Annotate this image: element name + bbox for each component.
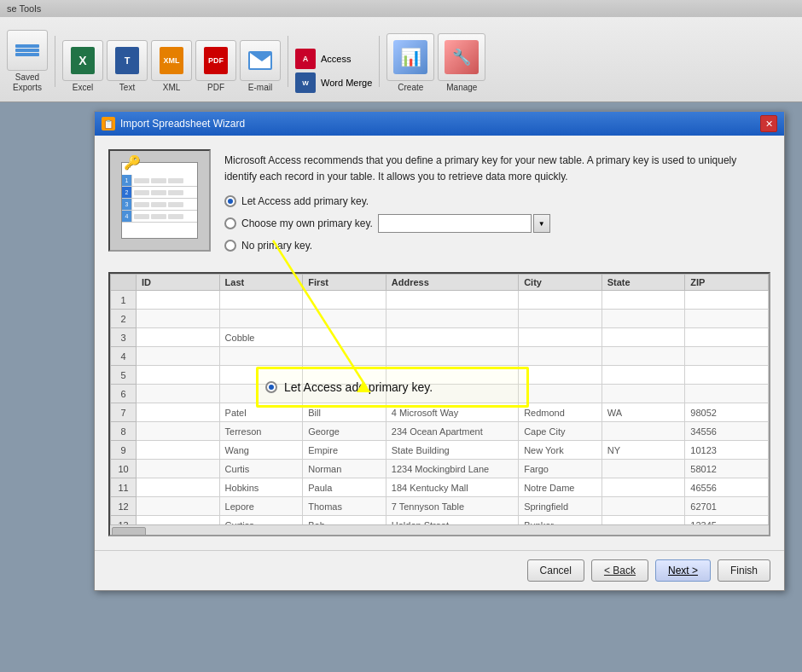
xml-group: XML XML (151, 40, 192, 93)
table-cell: New York (519, 441, 602, 460)
table-cell: Terreson (219, 422, 303, 441)
table-cell (602, 478, 685, 497)
table-row: 1 (111, 291, 769, 310)
table-cell (219, 366, 303, 385)
manage-button[interactable]: 🔧 (438, 33, 485, 81)
right-small-buttons: A Access W Word Merge (295, 49, 372, 93)
table-scroll-area[interactable]: ID Last First Address City State ZIP 123… (110, 274, 769, 524)
xml-label: XML (163, 83, 181, 93)
row-num-cell: 3 (111, 328, 137, 347)
manage-label: Manage (446, 83, 477, 93)
table-cell (219, 291, 303, 310)
col-header-first: First (303, 275, 386, 291)
row-num-cell: 9 (111, 441, 137, 460)
table-cell: Lepore (219, 497, 303, 516)
toolbar-buttons: SavedExports X Excel T Text XML XML (0, 30, 492, 98)
col-header-city: City (519, 275, 602, 291)
pdf-group: PDF PDF (195, 40, 236, 93)
word-merge-label: Word Merge (321, 78, 372, 88)
key-icon: 🔑 (124, 154, 141, 171)
preview-row-1: 1 (122, 175, 197, 187)
horizontal-scrollbar[interactable] (110, 524, 769, 536)
dialog-body: 🔑 1 2 (95, 136, 784, 550)
table-cell (137, 291, 220, 310)
table-cell: Notre Dame (519, 478, 602, 497)
radio-no-key[interactable] (224, 240, 236, 252)
create-group: 📊 Create (386, 33, 434, 93)
radio-choose-own[interactable] (224, 217, 236, 229)
pdf-button[interactable]: PDF (195, 40, 236, 81)
email-group: E-mail (240, 40, 281, 93)
table-cell: Paula (303, 478, 386, 497)
access-icon[interactable]: A (295, 49, 316, 69)
radio-let-access[interactable] (224, 195, 236, 207)
table-row: 2 (111, 310, 769, 328)
word-merge-row: W Word Merge (295, 72, 372, 93)
table-cell (137, 366, 220, 385)
xml-button[interactable]: XML (151, 40, 192, 81)
row-num-cell: 13 (111, 516, 137, 525)
table-cell (519, 291, 602, 310)
text-group: T Text (107, 40, 148, 93)
table-cell: 62701 (685, 497, 769, 516)
table-cell (685, 328, 769, 347)
cancel-button[interactable]: Cancel (527, 559, 584, 582)
row-num-cell: 6 (111, 385, 137, 403)
col-header-rownum (111, 275, 137, 291)
table-cell: Curtis (219, 460, 303, 478)
table-cell (303, 291, 386, 310)
table-cell (137, 478, 220, 497)
dialog-close-button[interactable]: ✕ (760, 115, 777, 132)
text-button[interactable]: T (107, 40, 148, 81)
dialog-title: Import Spreadsheet Wizard (120, 118, 760, 130)
preview-rows: 1 2 (122, 175, 197, 223)
table-cell: 58012 (685, 460, 769, 478)
row-num-cell: 8 (111, 422, 137, 441)
table-cell: Springfield (519, 497, 602, 516)
table-cell (219, 385, 303, 403)
dropdown-arrow-icon[interactable]: ▼ (533, 214, 550, 233)
word-merge-icon[interactable]: W (295, 72, 316, 93)
create-icon: 📊 (393, 40, 427, 74)
saved-exports-icon (15, 44, 39, 56)
row-num-cell: 10 (111, 460, 137, 478)
table-row: 6 (111, 385, 769, 403)
desc-and-options: Microsoft Access recommends that you def… (224, 149, 770, 258)
back-button[interactable]: < Back (591, 559, 648, 582)
row-num-cell: 12 (111, 497, 137, 516)
table-cell (386, 310, 518, 328)
col-header-last: Last (219, 275, 303, 291)
table-row: 8TerresonGeorge234 Ocean ApartmentCape C… (111, 422, 769, 441)
table-cell (602, 310, 685, 328)
dialog-icon: 📋 (102, 117, 115, 130)
table-cell (219, 310, 303, 328)
excel-button[interactable]: X (62, 40, 103, 81)
table-cell (519, 385, 602, 403)
table-cell (137, 422, 220, 441)
table-body: 123Cobble4567PatelBill4 Microsoft WayRed… (111, 291, 769, 525)
table-cell (137, 460, 220, 478)
radio-option-choose-own[interactable]: Choose my own primary key. ▼ (224, 214, 770, 233)
table-cell (602, 385, 685, 403)
create-button[interactable]: 📊 (386, 33, 434, 81)
radio-option-no-key[interactable]: No primary key. (224, 240, 770, 252)
toolbar: se Tools SavedExports X Excel T Text (0, 0, 802, 102)
saved-exports-label: SavedExports (13, 72, 42, 93)
table-cell (137, 310, 220, 328)
divider-1 (55, 36, 55, 87)
table-row: 13CurtissBobHolden StreetBunker12345 (111, 516, 769, 525)
table-row: 9WangEmpireState BuildingNew YorkNY10123 (111, 441, 769, 460)
table-cell (685, 385, 769, 403)
saved-exports-button[interactable] (7, 30, 48, 71)
table-cell: Fargo (519, 460, 602, 478)
scrollbar-thumb[interactable] (112, 527, 146, 537)
excel-icon: X (71, 47, 95, 74)
dropdown-box[interactable] (378, 214, 532, 233)
email-button[interactable] (240, 40, 281, 81)
next-button[interactable]: Next > (655, 559, 711, 582)
radio-option-let-access[interactable]: Let Access add primary key. (224, 195, 770, 207)
finish-button[interactable]: Finish (718, 559, 770, 582)
divider-2 (288, 36, 288, 87)
table-cell (303, 310, 386, 328)
manage-group: 🔧 Manage (438, 33, 485, 93)
